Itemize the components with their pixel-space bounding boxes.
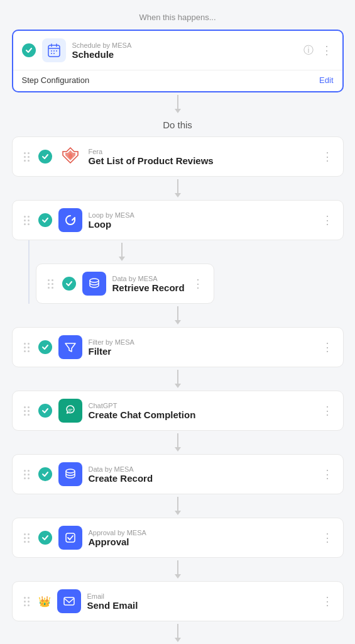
crown-icon: 👑 [38, 596, 51, 608]
drag-handle-email[interactable] [21, 596, 32, 608]
indented-card-wrapper: Data by MESA Retrieve Record ⋮ [36, 264, 214, 304]
trigger-title: Schedule [72, 49, 297, 60]
data-create-menu-button[interactable]: ⋮ [320, 466, 334, 482]
step-wrapper-email: 👑 Email Send Email ⋮ [12, 581, 344, 621]
fera-app-icon [58, 145, 82, 169]
trigger-main-row: Schedule by MESA Schedule ⓘ ⋮ [13, 31, 342, 70]
loop-info: Loop by MESA Loop [89, 211, 314, 230]
loop-children: Data by MESA Retrieve Record ⋮ [12, 240, 344, 304]
data-create-check-icon [38, 467, 52, 481]
arrow-9 [175, 624, 181, 642]
loop-app-name: Loop by MESA [89, 211, 314, 219]
approval-app-icon [58, 526, 82, 550]
trigger-step-row: Step Configuration Edit [13, 70, 342, 91]
data-retrieve-title: Retrieve Record [112, 282, 185, 293]
step-card-loop: Loop by MESA Loop ⋮ [12, 200, 344, 240]
step-card-chatgpt: ChatGPT Create Chat Completion ⋮ [12, 391, 344, 431]
fera-check-icon [38, 150, 52, 164]
step-wrapper-data-create: Data by MESA Create Record ⋮ [12, 454, 344, 494]
drag-handle-loop[interactable] [21, 214, 32, 226]
data-create-title: Create Record [89, 473, 314, 484]
drag-handle-data-retrieve[interactable] [45, 278, 56, 290]
drag-handle-data-create[interactable] [21, 469, 32, 480]
step-wrapper-loop: Loop by MESA Loop ⋮ [12, 200, 344, 240]
step-wrapper-filter: Filter by MESA Filter ⋮ [12, 327, 344, 367]
loop-title: Loop [89, 219, 314, 230]
svg-point-13 [66, 469, 75, 473]
loop-indent-content: Data by MESA Retrieve Record ⋮ [30, 240, 214, 304]
data-create-app-name: Data by MESA [89, 465, 314, 473]
svg-point-4 [51, 50, 52, 52]
drag-handle-filter[interactable] [21, 341, 32, 353]
trigger-app-name: Schedule by MESA [72, 42, 297, 49]
loop-indent-container: Data by MESA Retrieve Record ⋮ [12, 240, 214, 304]
arrow-8 [175, 560, 181, 579]
edit-link[interactable]: Edit [319, 75, 333, 85]
approval-check-icon [38, 531, 52, 545]
data-retrieve-menu-button[interactable]: ⋮ [191, 275, 205, 292]
svg-rect-15 [64, 597, 74, 605]
help-icon[interactable]: ⓘ [303, 44, 314, 57]
loop-menu-button[interactable]: ⋮ [320, 212, 334, 228]
chatgpt-app-icon [58, 399, 82, 423]
when-label: When this happens... [139, 13, 216, 22]
chatgpt-app-name: ChatGPT [89, 402, 314, 409]
arrow-2 [175, 179, 181, 197]
filter-app-name: Filter by MESA [89, 338, 314, 346]
filter-app-icon [58, 335, 82, 359]
email-info: Email Send Email [87, 592, 314, 611]
filter-info: Filter by MESA Filter [89, 338, 314, 357]
svg-point-5 [53, 50, 55, 52]
approval-title: Approval [89, 536, 314, 547]
step-config-label: Step Configuration [22, 75, 90, 85]
data-create-app-icon [58, 462, 82, 486]
email-menu-button[interactable]: ⋮ [320, 593, 334, 609]
data-retrieve-app-icon [82, 272, 106, 296]
filter-check-icon [38, 340, 52, 354]
email-title: Send Email [87, 600, 314, 611]
data-retrieve-check-icon [62, 277, 76, 291]
svg-rect-14 [66, 533, 75, 542]
step-wrapper-fera: Fera Get List of Product Reviews ⋮ [12, 136, 344, 177]
filter-menu-button[interactable]: ⋮ [320, 339, 334, 355]
trigger-menu-button[interactable]: ⋮ [320, 42, 334, 58]
step-card-data-retrieve: Data by MESA Retrieve Record ⋮ [36, 264, 214, 304]
data-retrieve-info: Data by MESA Retrieve Record [112, 275, 185, 293]
trigger-card: Schedule by MESA Schedule ⓘ ⋮ Step Confi… [12, 30, 344, 92]
drag-handle-fera[interactable] [21, 151, 32, 163]
approval-app-name: Approval by MESA [89, 529, 314, 536]
svg-point-6 [56, 50, 57, 52]
email-app-name: Email [87, 592, 314, 600]
step-card-data-create: Data by MESA Create Record ⋮ [12, 454, 344, 494]
step-card-fera: Fera Get List of Product Reviews ⋮ [12, 136, 344, 177]
arrow-5 [175, 370, 181, 388]
arrow-connector-1 [175, 95, 181, 113]
fera-app-name: Fera [89, 148, 314, 155]
arrow-3 [119, 243, 125, 261]
step-card-approval: Approval by MESA Approval ⋮ [12, 518, 344, 558]
chatgpt-info: ChatGPT Create Chat Completion [89, 402, 314, 420]
step-wrapper-chatgpt: ChatGPT Create Chat Completion ⋮ [12, 391, 344, 431]
step-card-filter: Filter by MESA Filter ⋮ [12, 327, 344, 367]
trigger-info: Schedule by MESA Schedule [72, 42, 297, 60]
approval-menu-button[interactable]: ⋮ [320, 530, 334, 546]
trigger-app-icon [42, 38, 66, 62]
data-retrieve-app-name: Data by MESA [112, 275, 185, 282]
svg-point-8 [53, 53, 55, 54]
arrow-7 [175, 497, 181, 515]
steps-container: Fera Get List of Product Reviews ⋮ [10, 136, 345, 644]
trigger-check-icon [22, 43, 36, 57]
data-create-info: Data by MESA Create Record [89, 465, 314, 484]
drag-handle-approval[interactable] [21, 532, 32, 544]
fera-menu-button[interactable]: ⋮ [320, 148, 334, 165]
loop-check-icon [38, 213, 52, 227]
chatgpt-title: Create Chat Completion [89, 409, 314, 420]
email-app-icon [57, 589, 81, 613]
svg-point-12 [90, 279, 99, 282]
svg-point-7 [51, 53, 52, 54]
fera-info: Fera Get List of Product Reviews [89, 148, 314, 166]
drag-handle-chatgpt[interactable] [21, 405, 32, 417]
step-card-email: 👑 Email Send Email ⋮ [12, 581, 344, 621]
chatgpt-menu-button[interactable]: ⋮ [320, 402, 334, 419]
chatgpt-check-icon [38, 404, 52, 418]
